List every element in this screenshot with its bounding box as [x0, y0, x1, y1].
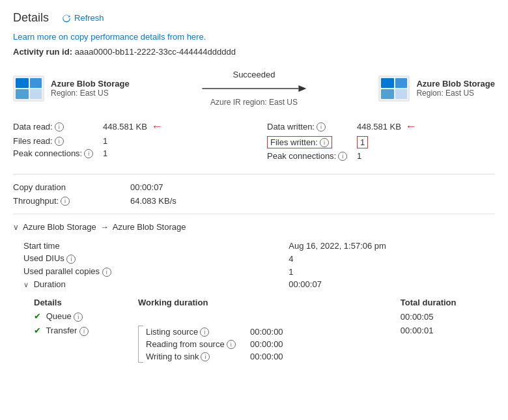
refresh-button[interactable]: Refresh — [57, 10, 109, 25]
listing-source-label: Listing source i — [146, 327, 250, 337]
peak-conn-left-value: 1 — [103, 148, 107, 158]
col-total-header: Total duration — [401, 296, 495, 309]
writing-sink-row: Writing to sink i 00:00:00 — [146, 350, 302, 363]
page-header: Details Refresh — [13, 10, 495, 25]
col-details-header: Details — [13, 296, 138, 309]
peak-conn-left-row: Peak connections: i 1 — [13, 148, 241, 158]
chevron-down-icon[interactable]: ∨ — [13, 223, 19, 232]
source-storage-name: Azure Blob Storage — [51, 79, 130, 89]
table-header-row: Details Working duration Total duration — [13, 296, 495, 309]
svg-rect-13 — [381, 89, 394, 99]
source-storage-box: Azure Blob Storage Region: East US — [13, 76, 130, 102]
right-stats: Data written: i 448.581 KB ← Files writt… — [267, 120, 495, 163]
data-written-row: Data written: i 448.581 KB ← — [267, 120, 495, 133]
queue-working-cell — [138, 309, 401, 324]
pipeline-arrow-line — [143, 82, 366, 95]
transfer-info-icon[interactable]: i — [79, 327, 89, 336]
divider-1 — [13, 174, 495, 175]
duration-chevron-icon[interactable]: ∨ — [23, 281, 29, 288]
svg-marker-9 — [298, 85, 306, 92]
details-table: Details Working duration Total duration … — [13, 296, 495, 365]
sub-items-list: Listing source i 00:00:00 Reading from s… — [146, 326, 302, 363]
pipeline-status: Succeeded — [233, 70, 275, 79]
path-arrow-icon: → — [100, 222, 109, 232]
queue-check-icon: ✔ — [34, 311, 41, 321]
source-storage-info: Azure Blob Storage Region: East US — [51, 79, 130, 98]
reading-source-row: Reading from source i 00:00:00 — [146, 338, 302, 350]
data-read-red-arrow: ← — [151, 120, 163, 133]
data-written-red-arrow: ← — [405, 120, 417, 133]
start-time-value: Aug 16, 2022, 1:57:06 pm — [289, 240, 495, 252]
data-read-info-icon[interactable]: i — [55, 122, 64, 132]
copy-duration-value: 00:00:07 — [130, 182, 163, 192]
files-written-value: 1 — [357, 136, 368, 148]
used-dius-label: Used DIUs i — [13, 252, 289, 265]
files-read-info-icon[interactable]: i — [55, 137, 64, 146]
reading-source-info-icon[interactable]: i — [227, 340, 236, 349]
pipeline-ir-region: Azure IR region: East US — [210, 98, 298, 107]
data-read-label: Data read: i — [13, 122, 98, 132]
start-time-label: Start time — [13, 240, 289, 252]
listing-source-info-icon[interactable]: i — [200, 328, 209, 337]
files-read-label: Files read: i — [13, 136, 98, 146]
writing-sink-label: Writing to sink i — [146, 352, 250, 361]
peak-conn-right-label: Peak connections: i — [267, 151, 352, 161]
svg-rect-12 — [381, 78, 394, 88]
copy-duration-label: Copy duration — [13, 182, 130, 192]
throughput-row: Throughput: i 64.083 KB/s — [13, 196, 495, 206]
refresh-icon — [62, 14, 71, 23]
queue-info-icon[interactable]: i — [74, 313, 83, 322]
files-written-highlight: Files written: i — [267, 136, 332, 148]
activity-id-value: aaaa0000-bb11-2222-33cc-444444dddddd — [75, 47, 236, 57]
peak-conn-right-value: 1 — [357, 151, 361, 161]
col-working-header: Working duration — [138, 296, 401, 309]
queue-row: ✔ Queue i 00:00:05 — [13, 309, 495, 324]
data-read-value: 448.581 KB — [103, 122, 147, 132]
run-details-table: Start time Aug 16, 2022, 1:57:06 pm Used… — [13, 240, 495, 290]
throughput-label: Throughput: i — [13, 196, 130, 206]
listing-source-row: Listing source i 00:00:00 — [146, 326, 302, 338]
bracket-symbol — [138, 326, 143, 363]
reading-source-label: Reading from source i — [146, 339, 250, 349]
writing-sink-info-icon[interactable]: i — [201, 352, 210, 361]
svg-rect-3 — [16, 89, 29, 99]
duration-value: 00:00:07 — [289, 278, 495, 290]
queue-label-cell: ✔ Queue i — [13, 309, 138, 324]
activity-id-label: Activity run id: — [13, 47, 72, 57]
pipeline-arrow-section: Succeeded Azure IR region: East US — [130, 70, 379, 107]
svg-rect-15 — [395, 78, 407, 88]
files-written-label: Files written: i — [267, 136, 352, 148]
parallel-copies-info-icon[interactable]: i — [102, 268, 111, 277]
data-written-info-icon[interactable]: i — [317, 122, 326, 132]
start-time-row: Start time Aug 16, 2022, 1:57:06 pm — [13, 240, 495, 252]
files-written-info-icon[interactable]: i — [320, 138, 329, 147]
data-written-value: 448.581 KB — [357, 122, 401, 132]
duration-row: ∨ Duration 00:00:07 — [13, 278, 495, 290]
peak-conn-left-label: Peak connections: i — [13, 148, 98, 158]
throughput-info-icon[interactable]: i — [61, 197, 70, 206]
activity-run-id-row: Activity run id: aaaa0000-bb11-2222-33cc… — [13, 47, 495, 57]
transfer-sub-items-cell: Listing source i 00:00:00 Reading from s… — [138, 324, 401, 365]
used-dius-row: Used DIUs i 4 — [13, 252, 495, 265]
parallel-copies-row: Used parallel copies i 1 — [13, 265, 495, 278]
peak-conn-left-info-icon[interactable]: i — [84, 149, 93, 158]
divider-2 — [13, 214, 495, 214]
transfer-bracket-group: Listing source i 00:00:00 Reading from s… — [138, 326, 395, 363]
transfer-label-cell: ✔ Transfer i — [13, 324, 138, 365]
pipeline-diagram: Azure Blob Storage Region: East US Succe… — [13, 70, 495, 107]
files-read-value: 1 — [103, 136, 107, 146]
dest-storage-box: Azure Blob Storage Region: East US — [378, 76, 495, 102]
stats-container: Data read: i 448.581 KB ← Files read: i … — [13, 120, 495, 163]
transfer-row: ✔ Transfer i Listing source i 00:00:00 — [13, 324, 495, 365]
left-stats: Data read: i 448.581 KB ← Files read: i … — [13, 120, 241, 163]
peak-conn-right-row: Peak connections: i 1 — [267, 151, 495, 161]
peak-conn-right-info-icon[interactable]: i — [338, 152, 347, 161]
dest-storage-name: Azure Blob Storage — [416, 79, 495, 89]
throughput-value: 64.083 KB/s — [130, 196, 176, 206]
storage-path-dest: Azure Blob Storage — [113, 222, 186, 232]
used-dius-info-icon[interactable]: i — [66, 255, 76, 264]
queue-total-cell: 00:00:05 — [401, 309, 495, 324]
learn-more-link[interactable]: Learn more on copy performance details f… — [13, 32, 495, 42]
svg-rect-5 — [30, 78, 42, 88]
dest-storage-info: Azure Blob Storage Region: East US — [416, 79, 495, 98]
